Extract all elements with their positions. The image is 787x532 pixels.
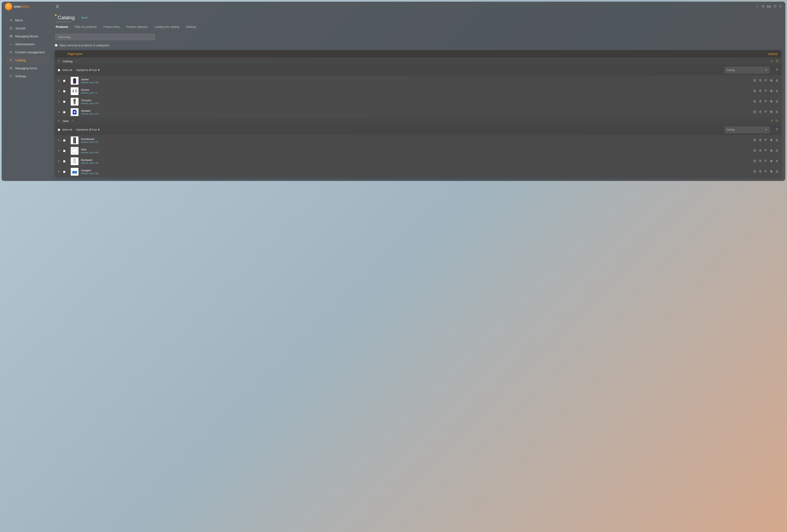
product-row[interactable]: ⇅Trousersindexedprice: 150 bbox=[55, 96, 781, 107]
delete-icon[interactable] bbox=[759, 89, 762, 93]
product-checkbox[interactable] bbox=[63, 111, 65, 113]
drag-handle-icon[interactable]: ⇅ bbox=[58, 170, 60, 173]
sidebar-item-menu[interactable]: Menu bbox=[6, 16, 49, 24]
product-row[interactable]: ⇅Googlesindexedprice: 180 bbox=[55, 166, 781, 177]
sorting-select[interactable]: Sorting bbox=[724, 67, 770, 73]
lock-icon[interactable] bbox=[775, 159, 779, 163]
preview-icon[interactable] bbox=[753, 100, 756, 104]
product-row[interactable]: ⇅Skiisindexedprice: 500 bbox=[55, 146, 781, 156]
sidebar-item-catalog[interactable]: Catalog bbox=[6, 56, 49, 64]
product-checkbox[interactable] bbox=[63, 140, 65, 142]
flag-icon[interactable] bbox=[764, 89, 767, 93]
drag-handle-icon[interactable]: ⇅ bbox=[58, 139, 60, 142]
mass-removal-checkbox[interactable] bbox=[55, 44, 57, 46]
select-all-checkbox[interactable] bbox=[58, 129, 60, 131]
flag-icon[interactable] bbox=[764, 110, 767, 114]
drag-handle-icon[interactable]: ⇅ bbox=[58, 120, 60, 122]
lock-icon[interactable] bbox=[775, 100, 779, 104]
product-row[interactable]: ⇅Glovesindexedprice: 70 bbox=[55, 86, 781, 96]
copy-icon[interactable] bbox=[770, 100, 773, 104]
delete-icon[interactable] bbox=[759, 79, 762, 83]
product-checkbox[interactable] bbox=[63, 171, 65, 173]
language-selector[interactable]: EN bbox=[767, 5, 771, 8]
flag-icon[interactable] bbox=[764, 100, 767, 104]
drag-handle-icon[interactable]: ⇅ bbox=[58, 60, 60, 63]
flag-icon[interactable] bbox=[764, 159, 767, 163]
sorting-select[interactable]: Sorting bbox=[724, 126, 770, 133]
drag-handle-icon[interactable]: ⇅ bbox=[58, 90, 60, 93]
lock-icon[interactable] bbox=[775, 170, 779, 174]
theme-toggle-icon[interactable]: ☾ bbox=[757, 5, 759, 8]
preview-icon[interactable] bbox=[753, 79, 756, 83]
tab-0[interactable]: Products bbox=[55, 24, 69, 30]
lock-icon[interactable] bbox=[775, 89, 779, 93]
sidebar-item-settings[interactable]: Settings bbox=[6, 72, 49, 80]
drag-handle-icon[interactable]: ⇅ bbox=[58, 100, 60, 103]
tab-4[interactable]: Loading the catalog bbox=[153, 24, 180, 30]
copy-icon[interactable] bbox=[770, 110, 773, 114]
product-checkbox[interactable] bbox=[63, 160, 65, 163]
flag-icon[interactable] bbox=[764, 149, 767, 153]
lock-icon[interactable] bbox=[775, 149, 779, 153]
sidebar-item-forms[interactable]: Managing forms bbox=[6, 64, 49, 72]
delete-icon[interactable] bbox=[759, 159, 762, 163]
back-link[interactable]: ← Back bbox=[77, 16, 88, 19]
sidebar-item-blocks[interactable]: Managing blocks bbox=[6, 33, 49, 40]
delete-icon[interactable] bbox=[759, 110, 762, 114]
copy-icon[interactable] bbox=[770, 89, 773, 93]
preview-icon[interactable] bbox=[753, 149, 756, 153]
copy-icon[interactable] bbox=[770, 79, 773, 83]
lock-icon[interactable] bbox=[775, 139, 779, 142]
delete-icon[interactable] bbox=[759, 170, 762, 174]
preview-icon[interactable] bbox=[753, 110, 756, 114]
drag-handle-icon[interactable]: ⇅ bbox=[58, 111, 60, 113]
sidebar-item-admins[interactable]: Administrators bbox=[6, 40, 49, 48]
preview-icon[interactable] bbox=[753, 139, 756, 142]
logo[interactable]: oneentry bbox=[5, 3, 54, 10]
lock-icon[interactable] bbox=[775, 110, 779, 114]
product-checkbox[interactable] bbox=[63, 150, 65, 152]
product-row[interactable]: ⇅Jacketindexedprice: 350 bbox=[55, 76, 781, 86]
flag-icon[interactable] bbox=[764, 79, 767, 83]
copy-icon[interactable] bbox=[770, 139, 773, 142]
sidebar-item-journal[interactable]: Journal bbox=[6, 24, 49, 32]
category-settings-icon[interactable] bbox=[770, 59, 773, 63]
drag-handle-icon[interactable]: ⇅ bbox=[58, 79, 60, 82]
apps-icon[interactable] bbox=[762, 5, 765, 8]
preview-icon[interactable] bbox=[753, 170, 756, 174]
product-row[interactable]: ⇅Snowboardindexedprice: 650 bbox=[55, 135, 781, 146]
filter-icon[interactable] bbox=[775, 128, 779, 132]
flag-icon[interactable] bbox=[764, 170, 767, 174]
product-row[interactable]: ⇅Sweaterindexedprice: 125 bbox=[55, 107, 781, 117]
tab-5[interactable]: Settings bbox=[185, 24, 197, 30]
category-settings-icon[interactable] bbox=[770, 119, 773, 123]
tab-3[interactable]: Product statuses bbox=[125, 24, 148, 30]
sidebar-toggle-icon[interactable]: ☰ bbox=[56, 4, 59, 9]
copy-icon[interactable] bbox=[770, 149, 773, 153]
tab-1[interactable]: Filter by products bbox=[74, 24, 98, 30]
copy-icon[interactable] bbox=[770, 170, 773, 174]
tab-2[interactable]: Product links bbox=[103, 24, 121, 30]
delete-icon[interactable] bbox=[759, 100, 762, 104]
search-input[interactable] bbox=[55, 34, 155, 40]
select-all-checkbox[interactable] bbox=[58, 69, 60, 71]
add-product-icon[interactable] bbox=[775, 119, 779, 123]
collapse-icon[interactable]: ︾ bbox=[71, 120, 73, 123]
logout-icon[interactable] bbox=[779, 5, 782, 8]
add-product-icon[interactable] bbox=[775, 59, 779, 63]
lock-icon[interactable] bbox=[775, 79, 779, 83]
sidebar-item-content[interactable]: Content management bbox=[6, 48, 49, 56]
drag-handle-icon[interactable]: ⇅ bbox=[58, 149, 60, 152]
delete-icon[interactable] bbox=[759, 139, 762, 142]
preview-icon[interactable] bbox=[753, 89, 756, 93]
product-checkbox[interactable] bbox=[63, 80, 65, 82]
product-row[interactable]: ⇅Backpackindexedprice: 750 bbox=[55, 156, 781, 166]
product-checkbox[interactable] bbox=[63, 90, 65, 92]
filter-icon[interactable] bbox=[775, 68, 779, 72]
help-icon[interactable] bbox=[773, 5, 777, 8]
preview-icon[interactable] bbox=[753, 159, 756, 163]
flag-icon[interactable] bbox=[764, 139, 767, 142]
product-checkbox[interactable] bbox=[63, 101, 65, 103]
copy-icon[interactable] bbox=[770, 159, 773, 163]
collapse-icon[interactable]: ︾ bbox=[76, 60, 77, 63]
